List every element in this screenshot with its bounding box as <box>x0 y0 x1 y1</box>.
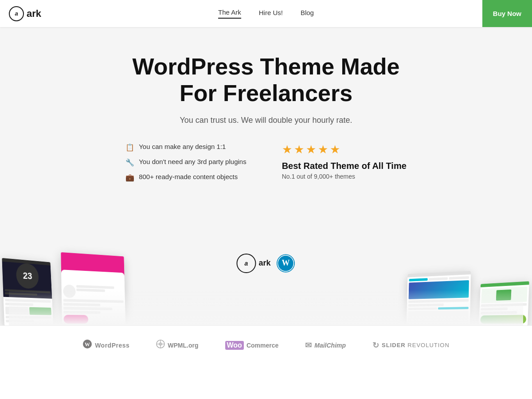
partner-wordpress-label: WordPress <box>95 342 129 349</box>
nav-blog[interactable]: Blog <box>301 9 314 18</box>
rating-title: Best Rated Theme of All Time <box>282 161 407 171</box>
nav-the-ark[interactable]: The Ark <box>218 8 241 19</box>
partner-woocommerce-label: Commerce <box>246 342 278 349</box>
feature-text-3: 800+ ready-made content objects <box>139 173 238 180</box>
ark-badge-letter: a <box>245 260 248 267</box>
ark-logo-badge: a ark <box>236 254 270 273</box>
nav-hire-us[interactable]: Hire Us! <box>259 9 283 18</box>
partner-wpml: WPML.org <box>156 340 198 351</box>
ark-badge-circle: a <box>236 254 256 273</box>
feature-item-1: 📋 You can make any design 1:1 <box>125 143 246 152</box>
star-5: ★ <box>330 143 340 156</box>
star-2: ★ <box>294 143 304 156</box>
wordpress-icon: W <box>82 339 92 352</box>
features-area: 📋 You can make any design 1:1 🔧 You don'… <box>9 143 523 188</box>
partner-wordpress: W WordPress <box>82 339 129 352</box>
woocommerce-icon: Woo <box>225 341 244 350</box>
partner-wpml-label: WPML.org <box>168 342 198 349</box>
screenshots-scene: 23 <box>9 201 523 325</box>
star-1: ★ <box>282 143 292 156</box>
feature-icon-1: 📋 <box>125 143 134 152</box>
partner-woocommerce: Woo Commerce <box>225 341 279 350</box>
feature-icon-2: 🔧 <box>125 158 134 167</box>
partner-mailchimp: ✉ MailChimp <box>305 340 346 350</box>
nav-links: The Ark Hire Us! Blog <box>218 8 314 19</box>
partner-slider-revolution-label: SLIDER REVOLUTION <box>382 342 450 348</box>
slider-revolution-icon: ↻ <box>372 340 379 350</box>
feature-text-1: You can make any design 1:1 <box>139 143 226 150</box>
partner-mailchimp-label: MailChimp <box>314 342 346 349</box>
logo-letter: a <box>15 10 18 17</box>
logo[interactable]: a ark <box>9 6 41 21</box>
feature-item-3: 💼 800+ ready-made content objects <box>125 173 246 182</box>
star-rating: ★ ★ ★ ★ ★ <box>282 143 407 156</box>
star-4: ★ <box>318 143 328 156</box>
features-list: 📋 You can make any design 1:1 🔧 You don'… <box>125 143 246 188</box>
rating-subtitle: No.1 out of 9,000+ themes <box>282 173 407 180</box>
hero-title: WordPress Theme Made For Freelancers <box>111 54 421 107</box>
hero-subtitle: You can trust us. We will double your ho… <box>9 116 523 125</box>
svg-text:W: W <box>282 258 290 267</box>
star-3: ★ <box>306 143 316 156</box>
ark-badge-name: ark <box>258 258 270 268</box>
wpml-icon <box>156 340 165 351</box>
svg-text:W: W <box>85 341 90 347</box>
center-logos: a ark W <box>236 254 295 273</box>
rating-block: ★ ★ ★ ★ ★ Best Rated Theme of All Time N… <box>282 143 407 188</box>
feature-icon-3: 💼 <box>125 173 134 182</box>
bottom-section: What can you create with The Ark? Finall… <box>0 365 532 399</box>
logo-name: ark <box>27 8 41 20</box>
feature-item-2: 🔧 You don't need any 3rd party plugins <box>125 158 246 167</box>
hero-fade <box>9 290 523 325</box>
logo-circle: a <box>9 6 24 21</box>
feature-text-2: You don't need any 3rd party plugins <box>139 158 246 165</box>
navbar: a ark The Ark Hire Us! Blog Buy Now <box>0 0 532 27</box>
partner-slider-revolution: ↻ SLIDER REVOLUTION <box>372 340 450 350</box>
mailchimp-icon: ✉ <box>305 340 312 350</box>
partners-bar: W WordPress WPML.org Woo Commerce ✉ Mail… <box>0 325 532 365</box>
wordpress-logo-icon: W <box>276 254 296 273</box>
buy-now-button[interactable]: Buy Now <box>482 0 532 27</box>
hero-section: WordPress Theme Made For Freelancers You… <box>0 27 532 325</box>
